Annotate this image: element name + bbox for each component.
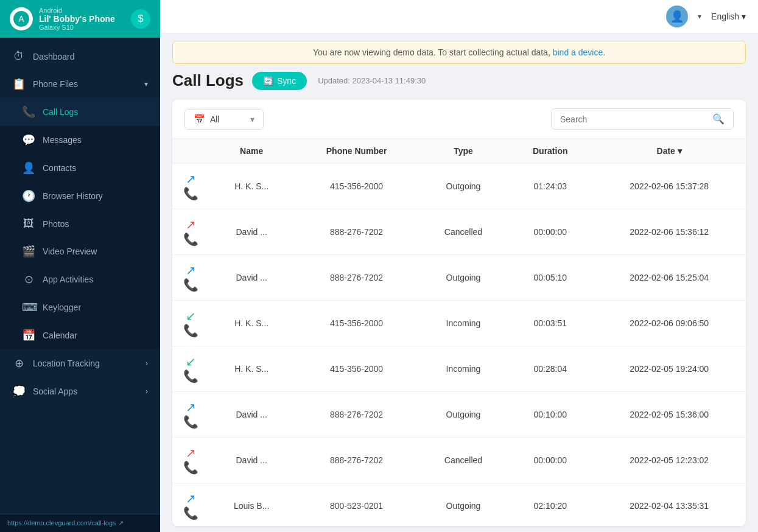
sidebar-item-location-tracking[interactable]: ⊕ Location Tracking › (0, 349, 160, 377)
sidebar-item-social-apps[interactable]: 💭 Social Apps › (0, 377, 160, 405)
row-name: Louis B... (209, 483, 294, 527)
sync-label: Sync (277, 76, 296, 86)
row-duration: 00:00:00 (508, 209, 592, 255)
search-box: 🔍 (551, 108, 734, 130)
contacts-icon: 👤 (22, 161, 35, 175)
row-date: 2022-02-06 09:06:50 (592, 301, 746, 346)
row-phone: 415-356-2000 (294, 164, 418, 209)
row-name: David ... (209, 209, 294, 255)
row-phone: 888-276-7202 (294, 438, 418, 483)
call-logs-table: Name Phone Number Type Duration Date ▾ ↗… (172, 139, 746, 526)
sidebar-item-video-preview[interactable]: 🎬 Video Preview (0, 237, 160, 265)
row-phone: 888-276-7202 (294, 255, 418, 301)
filter-chevron-icon: ▾ (250, 114, 254, 124)
row-name: H. K. S... (209, 164, 294, 209)
video-preview-icon: 🎬 (22, 245, 35, 258)
row-name: David ... (209, 255, 294, 301)
row-duration: 00:10:00 (508, 392, 592, 438)
incoming-call-icon: ↙📞 (183, 355, 198, 383)
sidebar-item-contacts[interactable]: 👤 Contacts (0, 154, 160, 182)
sidebar-nav: ⏱ Dashboard 📋 Phone Files ▾ 📞 Call Logs … (0, 38, 160, 514)
table-row: ↗📞 David ... 888-276-7202 Cancelled 00:0… (172, 209, 746, 255)
row-type: Outgoing (419, 392, 508, 438)
call-logs-icon: 📞 (22, 105, 35, 119)
table-header: Name Phone Number Type Duration Date ▾ (172, 139, 746, 164)
row-type: Outgoing (419, 255, 508, 301)
row-icon-cell: ↗📞 (172, 255, 209, 301)
row-phone: 415-356-2000 (294, 346, 418, 392)
sidebar-label-social-apps: Social Apps (33, 387, 77, 396)
col-name: Name (209, 139, 294, 164)
sidebar-item-photos[interactable]: 🖼 Photos (0, 210, 160, 237)
top-bar: 👤 ▾ English ▾ (160, 0, 758, 33)
sidebar-label-messages: Messages (43, 135, 82, 145)
sync-icon: 🔄 (263, 76, 273, 86)
table-row: ↙📞 H. K. S... 415-356-2000 Incoming 00:0… (172, 301, 746, 346)
table-row: ↗📞 Louis B... 800-523-0201 Outgoing 02:1… (172, 483, 746, 527)
footer-url: https://demo.clevguard.com/call-logs (7, 519, 116, 527)
sidebar-label-video-preview: Video Preview (43, 247, 97, 256)
photos-icon: 🖼 (22, 217, 35, 230)
row-type: Outgoing (419, 164, 508, 209)
row-type: Incoming (419, 346, 508, 392)
row-type: Outgoing (419, 483, 508, 527)
row-name: David ... (209, 438, 294, 483)
search-icon: 🔍 (712, 113, 725, 125)
page-header: Call Logs 🔄 Sync Updated: 2023-04-13 11:… (172, 71, 746, 90)
language-label: English (711, 12, 739, 21)
col-type: Type (419, 139, 508, 164)
row-phone: 888-276-7202 (294, 209, 418, 255)
browser-history-icon: 🕐 (22, 189, 35, 203)
row-duration: 01:24:03 (508, 164, 592, 209)
filter-value: All (210, 114, 220, 124)
sync-button[interactable]: 🔄 Sync (252, 72, 307, 90)
outgoing-call-icon: ↗📞 (183, 172, 198, 200)
sidebar-item-phone-files[interactable]: 📋 Phone Files ▾ (0, 70, 160, 98)
row-duration: 00:05:10 (508, 255, 592, 301)
search-input[interactable] (560, 114, 707, 124)
phone-files-icon: 📋 (12, 77, 26, 91)
account-icon[interactable]: $ (131, 9, 150, 29)
col-phone: Phone Number (294, 139, 418, 164)
row-icon-cell: ↗📞 (172, 209, 209, 255)
sidebar-label-app-activities: App Activities (43, 275, 93, 284)
calendar-filter-icon: 📅 (194, 114, 205, 125)
table-row: ↗📞 David ... 888-276-7202 Outgoing 00:10… (172, 392, 746, 438)
row-icon-cell: ↗📞 (172, 483, 209, 527)
bind-device-link[interactable]: bind a device. (553, 47, 605, 57)
row-type: Cancelled (419, 209, 508, 255)
col-date[interactable]: Date ▾ (592, 139, 746, 164)
row-name: H. K. S... (209, 346, 294, 392)
row-type: Cancelled (419, 438, 508, 483)
filter-dropdown[interactable]: 📅 All ▾ (184, 109, 264, 130)
dashboard-icon: ⏱ (12, 50, 26, 63)
col-icon (172, 139, 209, 164)
row-icon-cell: ↙📞 (172, 301, 209, 346)
table-container: 📅 All ▾ 🔍 Name Phone Number Type (172, 100, 746, 526)
device-info: Android Lil' Bobby's Phone Galaxy S10 (39, 7, 125, 31)
sidebar-item-messages[interactable]: 💬 Messages (0, 126, 160, 154)
sidebar: A Android Lil' Bobby's Phone Galaxy S10 … (0, 0, 160, 532)
sidebar-item-calendar[interactable]: 📅 Calendar (0, 321, 160, 349)
row-date: 2022-02-06 15:25:04 (592, 255, 746, 301)
language-selector[interactable]: English ▾ (711, 12, 746, 21)
sidebar-footer: https://demo.clevguard.com/call-logs ↗ (0, 514, 160, 532)
sidebar-label-dashboard: Dashboard (33, 52, 75, 61)
sidebar-item-dashboard[interactable]: ⏱ Dashboard (0, 43, 160, 70)
sidebar-item-app-activities[interactable]: ⊙ App Activities (0, 265, 160, 293)
keylogger-icon: ⌨ (22, 301, 35, 314)
user-account-button[interactable]: 👤 (666, 5, 688, 27)
sidebar-label-keylogger: Keylogger (43, 303, 81, 312)
chevron-down-icon-user: ▾ (698, 12, 701, 21)
location-tracking-icon: ⊕ (12, 357, 26, 370)
row-icon-cell: ↙📞 (172, 346, 209, 392)
sidebar-item-browser-history[interactable]: 🕐 Browser History (0, 182, 160, 210)
sidebar-item-keylogger[interactable]: ⌨ Keylogger (0, 293, 160, 321)
table-row: ↗📞 David ... 888-276-7202 Cancelled 00:0… (172, 438, 746, 483)
col-duration: Duration (508, 139, 592, 164)
row-date: 2022-02-05 15:36:00 (592, 392, 746, 438)
sidebar-item-call-logs[interactable]: 📞 Call Logs (0, 98, 160, 126)
row-phone: 888-276-7202 (294, 392, 418, 438)
demo-banner: You are now viewing demo data. To start … (172, 41, 746, 64)
row-duration: 00:03:51 (508, 301, 592, 346)
